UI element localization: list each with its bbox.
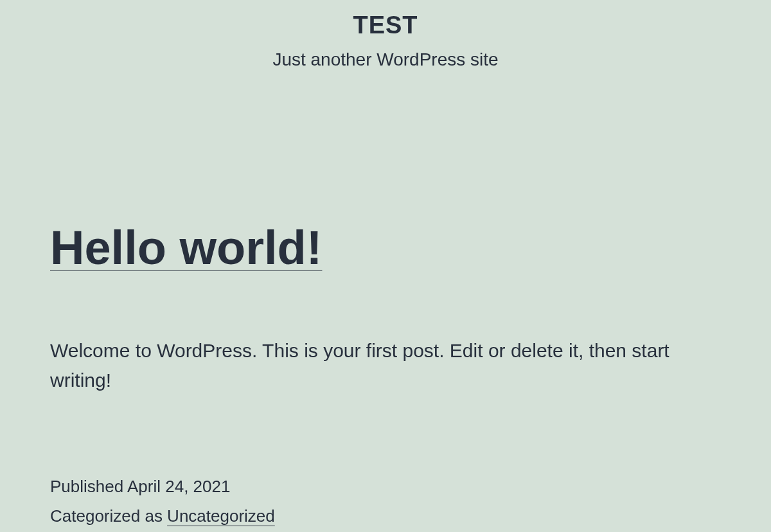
main-content: Hello world! Welcome to WordPress. This … <box>0 70 771 531</box>
published-label: Published <box>50 477 127 496</box>
category-link[interactable]: Uncategorized <box>167 506 275 526</box>
post-excerpt: Welcome to WordPress. This is your first… <box>50 336 721 396</box>
category-line: Categorized as Uncategorized <box>50 501 721 531</box>
post-title: Hello world! <box>50 223 322 273</box>
site-tagline: Just another WordPress site <box>0 49 771 70</box>
site-title: TEST <box>0 12 771 39</box>
site-header: TEST Just another WordPress site <box>0 0 771 70</box>
post-title-link[interactable]: Hello world! <box>50 221 322 274</box>
published-line: Published April 24, 2021 <box>50 472 721 502</box>
categorized-label: Categorized as <box>50 506 167 526</box>
site-title-link[interactable]: TEST <box>353 12 418 39</box>
post-meta: Published April 24, 2021 Categorized as … <box>50 472 721 532</box>
published-date: April 24, 2021 <box>127 477 230 496</box>
